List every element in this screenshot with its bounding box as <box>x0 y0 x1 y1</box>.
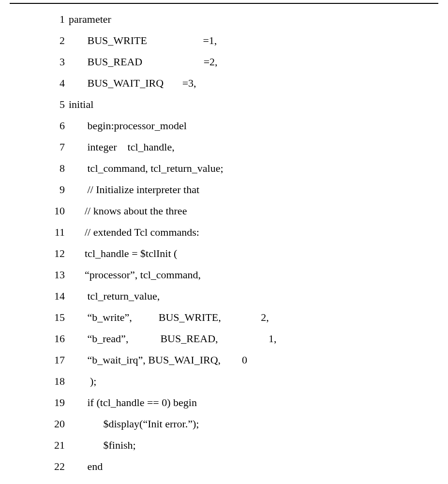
line-number: 13 <box>34 264 69 286</box>
line-number: 16 <box>34 328 69 349</box>
line-number: 11 <box>34 222 69 243</box>
line-number: 22 <box>34 456 69 477</box>
line-text: BUS_WRITE =1, <box>69 30 217 51</box>
code-line: 11 // extended Tcl commands: <box>34 222 438 243</box>
line-text: initial <box>69 94 93 115</box>
line-number: 20 <box>34 413 69 435</box>
line-number: 12 <box>34 243 69 264</box>
line-number: 2 <box>34 30 69 51</box>
line-number: 8 <box>34 158 69 179</box>
code-listing-page: 1 parameter 2 BUS_WRITE =1, 3 BUS_READ =… <box>0 3 448 484</box>
code-block: 1 parameter 2 BUS_WRITE =1, 3 BUS_READ =… <box>0 9 448 477</box>
code-line: 6 begin:processor_model <box>34 115 438 136</box>
line-number: 3 <box>34 51 69 73</box>
code-line: 1 parameter <box>34 9 438 30</box>
line-number: 9 <box>34 179 69 200</box>
line-text: tcl_handle = $tclInit ( <box>69 243 177 264</box>
line-number: 19 <box>34 392 69 413</box>
top-rule <box>10 3 438 4</box>
line-text: “b_write”, BUS_WRITE, 2, <box>69 307 269 328</box>
code-line: 17 “b_wait_irq”, BUS_WAI_IRQ, 0 <box>34 349 438 371</box>
code-line: 19 if (tcl_handle == 0) begin <box>34 392 438 413</box>
line-text: parameter <box>69 9 111 30</box>
code-line: 13 “processor”, tcl_command, <box>34 264 438 286</box>
line-text: tcl_return_value, <box>69 286 160 307</box>
code-line: 10 // knows about the three <box>34 200 438 222</box>
code-line: 7 integer tcl_handle, <box>34 136 438 158</box>
code-line: 16 “b_read”, BUS_READ, 1, <box>34 328 438 349</box>
code-line: 14 tcl_return_value, <box>34 286 438 307</box>
code-line: 18 ); <box>34 371 438 392</box>
line-number: 17 <box>34 349 69 371</box>
line-number: 7 <box>34 136 69 158</box>
code-line: 9 // Initialize interpreter that <box>34 179 438 200</box>
line-text: $finish; <box>69 435 136 456</box>
line-text: “processor”, tcl_command, <box>69 264 201 286</box>
code-line: 4 BUS_WAIT_IRQ =3, <box>34 73 438 94</box>
line-number: 1 <box>34 9 69 30</box>
code-line: 5 initial <box>34 94 438 115</box>
code-line: 22 end <box>34 456 438 477</box>
code-line: 8 tcl_command, tcl_return_value; <box>34 158 438 179</box>
line-text: tcl_command, tcl_return_value; <box>69 158 224 179</box>
code-line: 12 tcl_handle = $tclInit ( <box>34 243 438 264</box>
line-text: ); <box>69 371 96 392</box>
line-number: 4 <box>34 73 69 94</box>
line-number: 10 <box>34 200 69 222</box>
line-text: BUS_WAIT_IRQ =3, <box>69 73 196 94</box>
line-text: // extended Tcl commands: <box>69 222 199 243</box>
code-line: 3 BUS_READ =2, <box>34 51 438 73</box>
line-text: integer tcl_handle, <box>69 136 175 158</box>
line-text: if (tcl_handle == 0) begin <box>69 392 197 413</box>
code-line: 20 $display(“Init error.”); <box>34 413 438 435</box>
line-number: 15 <box>34 307 69 328</box>
line-number: 18 <box>34 371 69 392</box>
line-text: begin:processor_model <box>69 115 187 136</box>
line-number: 5 <box>34 94 69 115</box>
code-line: 15 “b_write”, BUS_WRITE, 2, <box>34 307 438 328</box>
code-line: 2 BUS_WRITE =1, <box>34 30 438 51</box>
line-text: BUS_READ =2, <box>69 51 218 73</box>
line-text: “b_wait_irq”, BUS_WAI_IRQ, 0 <box>69 349 247 371</box>
line-text: // Initialize interpreter that <box>69 179 199 200</box>
line-number: 21 <box>34 435 69 456</box>
line-text: // knows about the three <box>69 200 187 222</box>
line-number: 14 <box>34 286 69 307</box>
line-number: 6 <box>34 115 69 136</box>
code-line: 21 $finish; <box>34 435 438 456</box>
line-text: end <box>69 456 103 477</box>
line-text: $display(“Init error.”); <box>69 413 199 435</box>
line-text: “b_read”, BUS_READ, 1, <box>69 328 277 349</box>
